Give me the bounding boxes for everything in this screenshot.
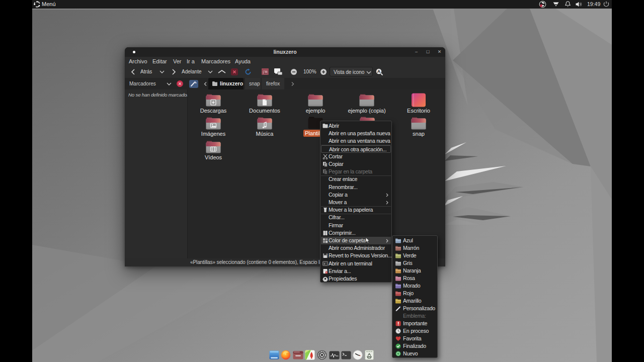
svg-text:A: A	[377, 69, 381, 74]
